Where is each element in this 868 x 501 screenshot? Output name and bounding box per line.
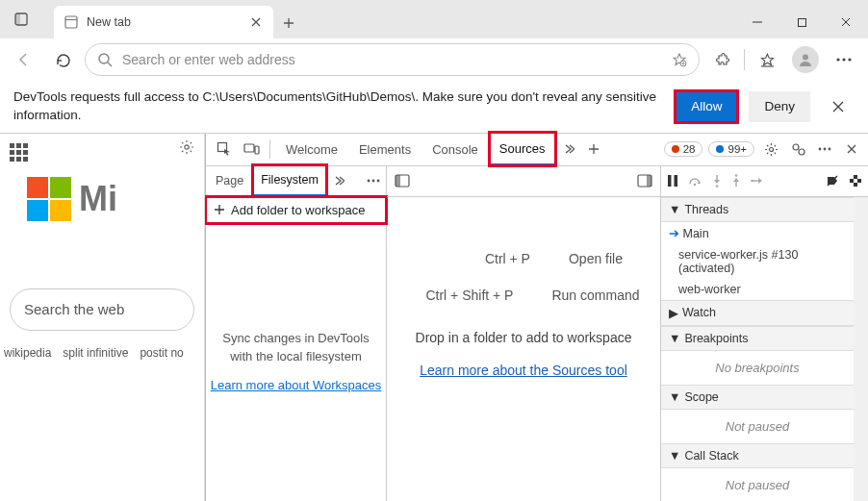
pause-button[interactable] xyxy=(667,174,678,188)
toggle-navigator-icon[interactable] xyxy=(395,174,410,188)
learn-workspaces-link[interactable]: Learn more about Workspaces xyxy=(206,378,386,392)
address-bar[interactable]: Search or enter web address xyxy=(85,43,700,76)
svg-rect-38 xyxy=(854,175,857,179)
favorites-button[interactable] xyxy=(751,43,783,76)
dismiss-prompt-button[interactable] xyxy=(822,90,855,123)
no-breakpoints-text: No breakpoints xyxy=(661,351,854,385)
svg-rect-32 xyxy=(675,175,678,187)
chevron-down-icon: ▼ xyxy=(669,449,680,463)
apps-launcher-icon[interactable] xyxy=(10,143,28,162)
thread-service-worker[interactable]: service-worker.js #130 (activated) xyxy=(661,244,854,279)
chevron-down-icon: ▼ xyxy=(669,203,680,216)
navigator-tab-page[interactable]: Page xyxy=(208,165,251,196)
new-tab-button[interactable] xyxy=(273,8,304,38)
svg-point-26 xyxy=(377,180,380,183)
toggle-debugger-icon[interactable] xyxy=(637,174,652,188)
run-command-shortcut: Ctrl + Shift + P xyxy=(407,288,513,303)
back-button[interactable] xyxy=(8,43,40,76)
scrollbar[interactable] xyxy=(854,197,868,501)
step-out-button[interactable] xyxy=(731,174,741,188)
chevron-down-icon: ▼ xyxy=(669,390,680,404)
refresh-button[interactable] xyxy=(46,43,79,76)
devtools-menu-button[interactable] xyxy=(814,133,835,165)
browser-toolbar: Search or enter web address xyxy=(0,38,868,81)
svg-rect-39 xyxy=(850,179,854,183)
navigator-menu-button[interactable] xyxy=(363,164,384,197)
svg-rect-17 xyxy=(255,146,259,154)
svg-rect-5 xyxy=(798,18,805,26)
avatar-icon xyxy=(792,46,819,73)
svg-point-12 xyxy=(842,58,845,61)
svg-point-18 xyxy=(769,147,773,151)
maximize-button[interactable] xyxy=(779,6,824,38)
deactivate-breakpoints-button[interactable] xyxy=(826,174,839,188)
ntp-settings-icon[interactable] xyxy=(179,139,194,155)
thread-web-worker[interactable]: web-worker xyxy=(661,279,854,300)
window-controls xyxy=(735,6,868,38)
learn-sources-link[interactable]: Learn more about the Sources tool xyxy=(420,363,627,378)
devtools-tabbar: Welcome Elements Console Sources 28 99+ xyxy=(206,134,868,166)
editor-toolbar xyxy=(387,166,660,197)
inspect-element-button[interactable] xyxy=(212,137,237,162)
threads-section[interactable]: ▼Threads xyxy=(661,197,854,222)
extensions-button[interactable] xyxy=(705,43,738,76)
svg-point-22 xyxy=(824,148,827,151)
pause-on-exceptions-button[interactable] xyxy=(849,174,862,188)
svg-point-20 xyxy=(799,149,804,155)
step-button[interactable] xyxy=(751,176,764,186)
ntp-search-box[interactable]: Search the web xyxy=(10,288,194,331)
allow-button[interactable]: Allow xyxy=(676,91,737,122)
svg-point-24 xyxy=(368,180,370,183)
tab-strip: New tab xyxy=(40,6,304,38)
svg-point-36 xyxy=(751,180,753,183)
watch-section[interactable]: ▶Watch xyxy=(661,300,854,326)
svg-point-34 xyxy=(716,185,719,188)
permission-prompt: DevTools requests full access to C:\User… xyxy=(0,81,868,134)
scope-not-paused-text: Not paused xyxy=(661,410,854,443)
minimize-button[interactable] xyxy=(735,6,779,38)
info-badge[interactable]: 99+ xyxy=(708,141,754,157)
callstack-section[interactable]: ▼Call Stack xyxy=(661,443,854,468)
quick-link[interactable]: split infinitive xyxy=(63,346,128,360)
callstack-not-paused-text: Not paused xyxy=(661,468,854,501)
navigator-tab-filesystem[interactable]: Filesystem xyxy=(253,165,326,196)
new-tab-devtools-button[interactable] xyxy=(582,133,605,165)
navigator-more-button[interactable] xyxy=(328,164,349,197)
svg-rect-2 xyxy=(65,16,77,28)
device-toolbar-button[interactable] xyxy=(239,137,264,162)
deny-button[interactable]: Deny xyxy=(749,91,810,122)
close-devtools-button[interactable] xyxy=(841,133,862,165)
close-tab-button[interactable] xyxy=(248,14,264,30)
svg-point-35 xyxy=(735,174,738,177)
error-badge[interactable]: 28 xyxy=(664,141,703,157)
devtools-tab-sources[interactable]: Sources xyxy=(490,133,555,165)
step-over-button[interactable] xyxy=(688,175,702,187)
editor-placeholder: Ctrl + POpen file Ctrl + Shift + PRun co… xyxy=(387,197,660,501)
browser-tab[interactable]: New tab xyxy=(54,6,273,38)
add-folder-button[interactable]: Add folder to workspace xyxy=(206,197,386,223)
page-icon xyxy=(64,14,79,30)
app-menu-button[interactable] xyxy=(828,43,860,76)
profile-button[interactable] xyxy=(789,43,822,76)
plus-icon xyxy=(214,204,225,215)
thread-main[interactable]: ➔ Main xyxy=(661,222,854,244)
close-window-button[interactable] xyxy=(824,6,868,38)
devtools-tab-console[interactable]: Console xyxy=(422,133,488,165)
quick-link[interactable]: postit no xyxy=(140,346,183,360)
step-into-button[interactable] xyxy=(712,174,722,188)
add-folder-label: Add folder to workspace xyxy=(231,203,365,217)
devtools-tab-welcome[interactable]: Welcome xyxy=(276,133,347,165)
favorite-star-icon[interactable] xyxy=(672,52,687,67)
svg-rect-41 xyxy=(854,183,857,187)
scope-section[interactable]: ▼Scope xyxy=(661,385,854,410)
devtools-tab-elements[interactable]: Elements xyxy=(349,133,421,165)
quick-link[interactable]: wikipedia xyxy=(4,346,51,360)
devtools-settings-button[interactable] xyxy=(760,133,781,165)
issues-button[interactable] xyxy=(787,133,808,165)
more-tabs-button[interactable] xyxy=(557,133,580,165)
tab-actions-button[interactable] xyxy=(6,4,37,35)
svg-point-10 xyxy=(803,55,808,61)
breakpoints-section[interactable]: ▼Breakpoints xyxy=(661,326,854,351)
filesystem-sync-description: Sync changes in DevTools with the local … xyxy=(206,329,386,366)
drop-folder-hint: Drop in a folder to add to workspace xyxy=(416,330,632,345)
